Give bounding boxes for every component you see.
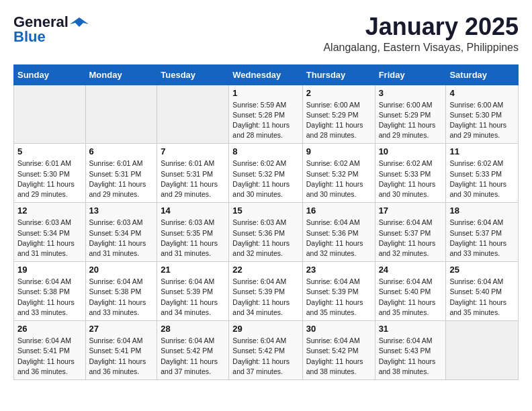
day-info: Sunrise: 6:04 AMSunset: 5:38 PMDaylight:… [89,277,154,318]
col-header-thursday: Thursday [302,64,375,85]
day-cell: 7Sunrise: 6:01 AMSunset: 5:31 PMDaylight… [157,144,229,203]
day-cell [14,85,86,144]
day-number: 22 [232,265,298,275]
col-header-tuesday: Tuesday [157,64,229,85]
day-cell: 24Sunrise: 6:04 AMSunset: 5:40 PMDayligh… [375,262,446,321]
day-info: Sunrise: 6:04 AMSunset: 5:43 PMDaylight:… [379,336,443,377]
day-cell: 10Sunrise: 6:02 AMSunset: 5:33 PMDayligh… [375,144,446,203]
day-info: Sunrise: 5:59 AMSunset: 5:28 PMDaylight:… [232,100,298,141]
day-info: Sunrise: 6:03 AMSunset: 5:36 PMDaylight:… [232,218,298,259]
day-info: Sunrise: 6:02 AMSunset: 5:32 PMDaylight:… [306,158,371,199]
day-cell: 23Sunrise: 6:04 AMSunset: 5:39 PMDayligh… [302,262,375,321]
day-number: 27 [89,324,154,334]
day-cell: 8Sunrise: 6:02 AMSunset: 5:32 PMDaylight… [229,144,302,203]
day-number: 6 [89,146,154,156]
day-cell: 12Sunrise: 6:03 AMSunset: 5:34 PMDayligh… [14,203,86,262]
day-cell: 14Sunrise: 6:03 AMSunset: 5:35 PMDayligh… [157,203,229,262]
day-info: Sunrise: 6:00 AMSunset: 5:30 PMDaylight:… [449,100,515,141]
day-info: Sunrise: 6:04 AMSunset: 5:39 PMDaylight:… [161,277,225,318]
day-number: 28 [161,324,225,334]
day-number: 16 [306,205,371,216]
day-number: 23 [306,265,371,275]
day-cell: 26Sunrise: 6:04 AMSunset: 5:41 PMDayligh… [14,321,86,380]
day-info: Sunrise: 6:00 AMSunset: 5:29 PMDaylight:… [306,100,371,141]
day-number: 2 [306,88,371,98]
day-cell: 15Sunrise: 6:03 AMSunset: 5:36 PMDayligh… [229,203,302,262]
day-number: 15 [232,205,298,216]
day-number: 12 [17,205,82,216]
day-cell: 19Sunrise: 6:04 AMSunset: 5:38 PMDayligh… [14,262,86,321]
day-info: Sunrise: 6:01 AMSunset: 5:31 PMDaylight:… [89,158,154,199]
col-header-sunday: Sunday [14,64,86,85]
day-info: Sunrise: 6:04 AMSunset: 5:39 PMDaylight:… [232,277,298,318]
day-info: Sunrise: 6:04 AMSunset: 5:42 PMDaylight:… [161,336,225,377]
day-cell: 25Sunrise: 6:04 AMSunset: 5:40 PMDayligh… [446,262,519,321]
day-number: 18 [449,205,515,216]
day-number: 9 [306,146,371,156]
header: General Blue January 2025 Alangalang, Ea… [13,13,519,54]
svg-marker-0 [70,17,89,27]
day-number: 20 [89,265,154,275]
day-number: 8 [232,146,298,156]
week-row-5: 26Sunrise: 6:04 AMSunset: 5:41 PMDayligh… [14,321,519,380]
header-row: SundayMondayTuesdayWednesdayThursdayFrid… [14,64,519,85]
day-info: Sunrise: 6:03 AMSunset: 5:34 PMDaylight:… [17,218,82,259]
day-info: Sunrise: 6:01 AMSunset: 5:31 PMDaylight:… [161,158,225,199]
day-info: Sunrise: 6:04 AMSunset: 5:37 PMDaylight:… [379,218,443,259]
day-cell [157,85,229,144]
day-cell: 6Sunrise: 6:01 AMSunset: 5:31 PMDaylight… [85,144,157,203]
day-info: Sunrise: 6:04 AMSunset: 5:41 PMDaylight:… [89,336,154,377]
calendar-table: SundayMondayTuesdayWednesdayThursdayFrid… [13,64,519,380]
day-info: Sunrise: 6:02 AMSunset: 5:32 PMDaylight:… [232,158,298,199]
day-number: 14 [161,205,225,216]
day-info: Sunrise: 6:04 AMSunset: 5:42 PMDaylight:… [306,336,371,377]
col-header-wednesday: Wednesday [229,64,302,85]
day-cell: 11Sunrise: 6:02 AMSunset: 5:33 PMDayligh… [446,144,519,203]
day-cell: 20Sunrise: 6:04 AMSunset: 5:38 PMDayligh… [85,262,157,321]
col-header-monday: Monday [85,64,157,85]
day-info: Sunrise: 6:03 AMSunset: 5:34 PMDaylight:… [89,218,154,259]
day-cell: 21Sunrise: 6:04 AMSunset: 5:39 PMDayligh… [157,262,229,321]
day-number: 25 [449,265,515,275]
day-info: Sunrise: 6:04 AMSunset: 5:41 PMDaylight:… [17,336,82,377]
calendar-subtitle: Alangalang, Eastern Visayas, Philippines [323,42,519,54]
day-cell: 27Sunrise: 6:04 AMSunset: 5:41 PMDayligh… [85,321,157,380]
day-cell: 3Sunrise: 6:00 AMSunset: 5:29 PMDaylight… [375,85,446,144]
day-cell: 29Sunrise: 6:04 AMSunset: 5:42 PMDayligh… [229,321,302,380]
day-cell: 16Sunrise: 6:04 AMSunset: 5:36 PMDayligh… [302,203,375,262]
day-number: 5 [17,146,82,156]
col-header-friday: Friday [375,64,446,85]
day-cell: 31Sunrise: 6:04 AMSunset: 5:43 PMDayligh… [375,321,446,380]
day-cell: 1Sunrise: 5:59 AMSunset: 5:28 PMDaylight… [229,85,302,144]
day-cell [85,85,157,144]
day-info: Sunrise: 6:04 AMSunset: 5:38 PMDaylight:… [17,277,82,318]
logo-blue: Blue [13,28,46,46]
day-cell: 22Sunrise: 6:04 AMSunset: 5:39 PMDayligh… [229,262,302,321]
day-cell: 13Sunrise: 6:03 AMSunset: 5:34 PMDayligh… [85,203,157,262]
day-info: Sunrise: 6:04 AMSunset: 5:42 PMDaylight:… [232,336,298,377]
day-number: 1 [232,88,298,98]
week-row-3: 12Sunrise: 6:03 AMSunset: 5:34 PMDayligh… [14,203,519,262]
day-info: Sunrise: 6:04 AMSunset: 5:40 PMDaylight:… [449,277,515,318]
day-cell: 30Sunrise: 6:04 AMSunset: 5:42 PMDayligh… [302,321,375,380]
day-info: Sunrise: 6:02 AMSunset: 5:33 PMDaylight:… [379,158,443,199]
day-info: Sunrise: 6:03 AMSunset: 5:35 PMDaylight:… [161,218,225,259]
calendar-title: January 2025 [323,13,519,40]
day-info: Sunrise: 6:00 AMSunset: 5:29 PMDaylight:… [379,100,443,141]
day-number: 31 [379,324,443,334]
day-cell: 28Sunrise: 6:04 AMSunset: 5:42 PMDayligh… [157,321,229,380]
day-number: 29 [232,324,298,334]
day-info: Sunrise: 6:04 AMSunset: 5:40 PMDaylight:… [379,277,443,318]
title-section: January 2025 Alangalang, Eastern Visayas… [323,13,519,54]
day-cell: 17Sunrise: 6:04 AMSunset: 5:37 PMDayligh… [375,203,446,262]
logo: General Blue [13,13,89,46]
day-cell: 5Sunrise: 6:01 AMSunset: 5:30 PMDaylight… [14,144,86,203]
day-cell: 18Sunrise: 6:04 AMSunset: 5:37 PMDayligh… [446,203,519,262]
day-number: 21 [161,265,225,275]
day-number: 4 [449,88,515,98]
day-number: 24 [379,265,443,275]
day-number: 7 [161,146,225,156]
day-cell: 2Sunrise: 6:00 AMSunset: 5:29 PMDaylight… [302,85,375,144]
day-cell: 9Sunrise: 6:02 AMSunset: 5:32 PMDaylight… [302,144,375,203]
day-number: 10 [379,146,443,156]
